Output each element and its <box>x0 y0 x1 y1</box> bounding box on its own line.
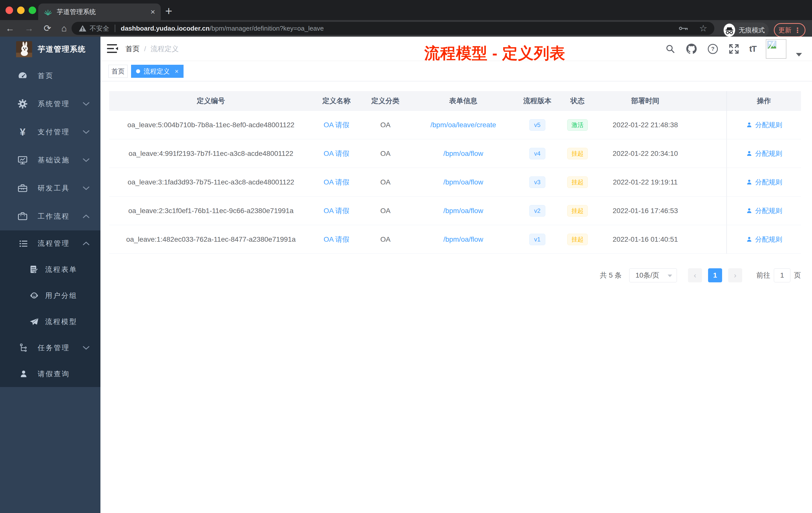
avatar[interactable] <box>766 39 786 59</box>
incognito-label: 无痕模式 <box>739 26 765 35</box>
sidebar-item-home[interactable]: 首页 <box>0 62 100 90</box>
sidebar-item-infrastructure[interactable]: 基础设施 <box>0 146 100 174</box>
home-icon[interactable]: ⌂ <box>61 23 67 34</box>
back-icon[interactable]: ← <box>5 23 14 34</box>
definition-table: 定义编号 定义名称 定义分类 表单信息 流程版本 状态 部署时间 操作 oa_l… <box>109 91 801 254</box>
form-link[interactable]: /bpm/oa/flow <box>443 235 483 243</box>
url-host: dashboard.yudao.iocoder.cn <box>121 25 210 32</box>
sidebar-collapse-icon[interactable] <box>107 44 118 54</box>
url-divider <box>115 25 115 32</box>
form-link[interactable]: /bpm/oa/flow <box>443 150 483 158</box>
zoom-window-button[interactable] <box>29 6 36 14</box>
sidebar-item-workflow[interactable]: 工作流程 <box>0 202 100 231</box>
browser-update-button[interactable]: 更新 ⋮ <box>774 23 806 37</box>
security-label[interactable]: 不安全 <box>90 24 109 33</box>
tags-view-bar: 首页 流程定义 × <box>100 61 812 81</box>
chevron-down-icon <box>83 346 89 350</box>
close-window-button[interactable] <box>5 6 13 14</box>
sidebar-item-process-model[interactable]: 流程模型 <box>0 309 100 335</box>
app-header: 首页 / 流程定义 流程模型 - 定义列表 ? tT <box>100 37 812 61</box>
version-tag: v3 <box>529 176 545 188</box>
sidebar-item-payment[interactable]: ¥ 支付管理 <box>0 118 100 146</box>
chevron-up-icon <box>83 214 89 218</box>
tag-close-icon[interactable]: × <box>175 67 178 75</box>
sidebar-item-devtools[interactable]: 研发工具 <box>0 174 100 202</box>
breadcrumb-home[interactable]: 首页 <box>125 44 140 54</box>
browser-tab[interactable]: 芋道管理系统 × <box>38 3 161 20</box>
status-badge: 挂起 <box>567 205 588 217</box>
browser-tab-strip: 芋道管理系统 × + <box>0 0 812 20</box>
version-tag: v5 <box>529 119 545 131</box>
minimize-window-button[interactable] <box>17 6 25 14</box>
svg-text:?: ? <box>711 46 715 52</box>
avatar-caret-icon[interactable] <box>796 53 802 57</box>
sidebar-item-user-group[interactable]: 用户分组 <box>0 282 100 309</box>
definition-name-link[interactable]: OA 请假 <box>324 206 349 216</box>
screen: 芋道管理系统 × + ← → ⟳ ⌂ 不安全 dashboard.yudao.i… <box>0 0 812 513</box>
table-header-row: 定义编号 定义名称 定义分类 表单信息 流程版本 状态 部署时间 操作 <box>109 91 801 111</box>
tag-home[interactable]: 首页 <box>109 65 127 78</box>
warning-triangle-icon <box>79 25 87 32</box>
page-unit-label: 页 <box>794 271 801 280</box>
table-row: oa_leave:3:1fad3d93-7b75-11ec-a3c8-acde4… <box>109 168 801 197</box>
next-page-button[interactable]: › <box>728 268 742 282</box>
sidebar-logo[interactable]: 芋道管理系统 <box>0 37 100 62</box>
table-row: oa_leave:4:991f2193-7b7f-11ec-a3c8-acde4… <box>109 139 801 168</box>
sidebar-item-process-form[interactable]: 流程表单 <box>0 256 100 282</box>
help-icon[interactable]: ? <box>707 43 719 55</box>
fullscreen-icon[interactable] <box>728 43 740 55</box>
table-row: oa_leave:2:3c1f0ef1-76b1-11ec-9c66-a2380… <box>109 197 801 225</box>
key-icon[interactable] <box>679 25 688 31</box>
definition-name-link[interactable]: OA 请假 <box>324 149 349 158</box>
tab-title: 芋道管理系统 <box>57 7 150 16</box>
assign-rule-button[interactable]: 分配规则 <box>746 120 782 129</box>
reload-icon[interactable]: ⟳ <box>44 23 51 34</box>
workflow-submenu: 流程管理 流程表单 用户分组 流程模型 <box>0 231 100 387</box>
page-number-button[interactable]: 1 <box>708 268 722 282</box>
goto-page-input[interactable] <box>774 268 790 282</box>
chevron-down-icon <box>83 130 89 134</box>
font-size-icon[interactable]: tT <box>749 44 756 54</box>
tree-icon <box>18 343 30 353</box>
forward-icon[interactable]: → <box>25 23 34 34</box>
sidebar-item-leave-query[interactable]: 请假查询 <box>0 361 100 387</box>
assign-rule-button[interactable]: 分配规则 <box>746 178 782 187</box>
address-bar[interactable]: 不安全 dashboard.yudao.iocoder.cn/bpm/manag… <box>71 22 714 35</box>
definition-name-link[interactable]: OA 请假 <box>324 235 349 244</box>
form-link[interactable]: /bpm/oa/flow <box>443 178 483 186</box>
update-label[interactable]: 更新 <box>778 26 791 35</box>
toolbox-icon <box>17 183 29 194</box>
form-link[interactable]: /bpm/oa/flow <box>443 207 483 215</box>
tab-close-icon[interactable]: × <box>150 8 155 16</box>
assign-rule-button[interactable]: 分配规则 <box>746 206 782 215</box>
sidebar-item-task-mgmt[interactable]: 任务管理 <box>0 335 100 361</box>
bookmark-star-icon[interactable]: ☆ <box>699 23 707 34</box>
browser-menu-dots-icon[interactable]: ⋮ <box>794 26 801 34</box>
form-link[interactable]: /bpm/oa/leave/create <box>430 121 496 129</box>
version-tag: v4 <box>529 148 545 159</box>
chevron-down-icon <box>83 102 89 106</box>
breadcrumb: 首页 / 流程定义 <box>125 37 179 61</box>
version-tag: v1 <box>529 234 545 245</box>
new-tab-button[interactable]: + <box>165 4 172 18</box>
window-controls[interactable] <box>5 6 36 14</box>
sidebar-item-system[interactable]: 系统管理 <box>0 90 100 118</box>
incognito-icon <box>724 24 735 37</box>
sidebar-item-process-mgmt[interactable]: 流程管理 <box>0 231 100 256</box>
assign-rule-button[interactable]: 分配规则 <box>746 235 782 244</box>
assign-rule-button[interactable]: 分配规则 <box>746 149 782 158</box>
definition-name-link[interactable]: OA 请假 <box>324 177 349 187</box>
breadcrumb-current: 流程定义 <box>151 44 179 54</box>
status-badge: 挂起 <box>567 148 588 159</box>
favicon-plant-icon <box>44 7 52 16</box>
dashboard-icon <box>17 70 29 81</box>
user-icon <box>18 369 30 379</box>
prev-page-button[interactable]: ‹ <box>688 268 702 282</box>
github-icon[interactable] <box>686 43 697 55</box>
search-icon[interactable] <box>665 43 676 55</box>
status-badge: 挂起 <box>567 234 588 245</box>
definition-name-link[interactable]: OA 请假 <box>324 120 349 130</box>
page-size-select[interactable]: 10条/页 <box>629 268 677 282</box>
version-tag: v2 <box>529 205 545 217</box>
tag-current[interactable]: 流程定义 × <box>131 65 183 78</box>
